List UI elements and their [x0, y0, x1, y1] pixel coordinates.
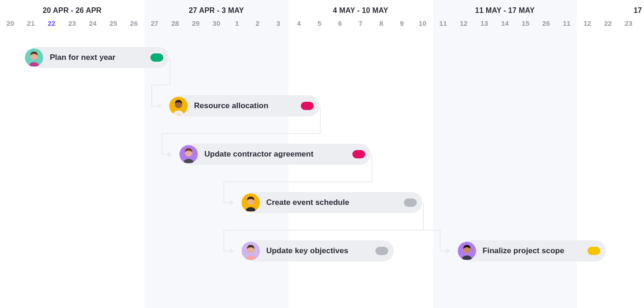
assignee-avatar [179, 145, 198, 163]
week-range-label: 4 MAY - 10 MAY [333, 6, 389, 15]
day-number[interactable]: 25 [109, 19, 117, 27]
task-bar-plan[interactable]: Plan for next year [27, 47, 169, 68]
assignee-avatar [458, 242, 476, 260]
task-bar-finalize[interactable]: Finalize project scope [460, 240, 606, 262]
status-pill[interactable] [150, 53, 163, 62]
task-bar-objectives[interactable]: Update key objectives [243, 240, 394, 262]
task-title: Update contractor agreement [204, 150, 313, 159]
assignee-avatar [169, 97, 188, 115]
status-pill[interactable] [375, 247, 388, 255]
day-number[interactable]: 3 [276, 19, 280, 27]
assignee-avatar [242, 193, 260, 212]
day-number[interactable]: 9 [400, 19, 403, 27]
day-number[interactable]: 26 [542, 19, 550, 27]
timeline-header: 20 APR - 26 APR27 APR - 3 MAY4 MAY - 10 … [0, 0, 644, 33]
day-number[interactable]: 15 [522, 19, 529, 27]
day-number[interactable]: 27 [151, 19, 159, 27]
task-bar-contractor[interactable]: Update contractor agreement [181, 144, 371, 165]
task-title: Resource allocation [194, 101, 269, 110]
day-number[interactable]: 7 [359, 19, 362, 27]
day-number[interactable]: 14 [501, 19, 509, 27]
task-title: Plan for next year [50, 53, 115, 62]
status-pill[interactable] [404, 198, 417, 207]
day-number[interactable]: 12 [460, 19, 468, 27]
timeline-gantt[interactable]: 20 APR - 26 APR27 APR - 3 MAY4 MAY - 10 … [0, 0, 644, 308]
day-number[interactable]: 23 [68, 19, 76, 27]
week-range-label: 11 MAY - 17 MAY [475, 6, 535, 15]
day-number[interactable]: 2 [256, 19, 259, 27]
status-pill[interactable] [301, 102, 314, 110]
day-number[interactable]: 1 [235, 19, 239, 27]
status-pill[interactable] [587, 247, 600, 255]
status-pill[interactable] [352, 150, 365, 158]
day-number[interactable]: 12 [583, 19, 591, 27]
day-number[interactable]: 5 [317, 19, 321, 27]
day-number[interactable]: 28 [171, 19, 179, 27]
task-bar-schedule[interactable]: Create event schedule [243, 192, 423, 213]
task-title: Create event schedule [266, 198, 349, 207]
task-title: Finalize project scope [483, 246, 564, 256]
day-number[interactable]: 11 [439, 19, 447, 27]
week-range-label: 20 APR - 26 APR [43, 6, 102, 15]
assignee-avatar [242, 242, 260, 260]
task-title: Update key objectives [266, 246, 349, 256]
day-number[interactable]: 23 [625, 19, 632, 27]
day-number[interactable]: 30 [213, 19, 220, 27]
day-number[interactable]: 4 [297, 19, 300, 27]
day-number[interactable]: 11 [563, 19, 571, 27]
day-number[interactable]: 29 [192, 19, 200, 27]
day-number[interactable]: 10 [419, 19, 426, 27]
week-range-label: 27 APR - 3 MAY [189, 6, 244, 15]
week-range-label: 17 MAY - [633, 6, 644, 15]
day-number[interactable]: 22 [48, 19, 56, 27]
day-number[interactable]: 6 [338, 19, 342, 27]
day-number[interactable]: 8 [380, 19, 383, 27]
day-number[interactable]: 21 [27, 19, 35, 27]
day-number[interactable]: 22 [604, 19, 612, 27]
day-number[interactable]: 20 [6, 19, 14, 27]
task-bar-resource[interactable]: Resource allocation [171, 95, 320, 116]
assignee-avatar [25, 48, 43, 67]
day-number[interactable]: 26 [130, 19, 138, 27]
day-number[interactable]: 13 [480, 19, 488, 27]
day-number[interactable]: 24 [89, 19, 97, 27]
